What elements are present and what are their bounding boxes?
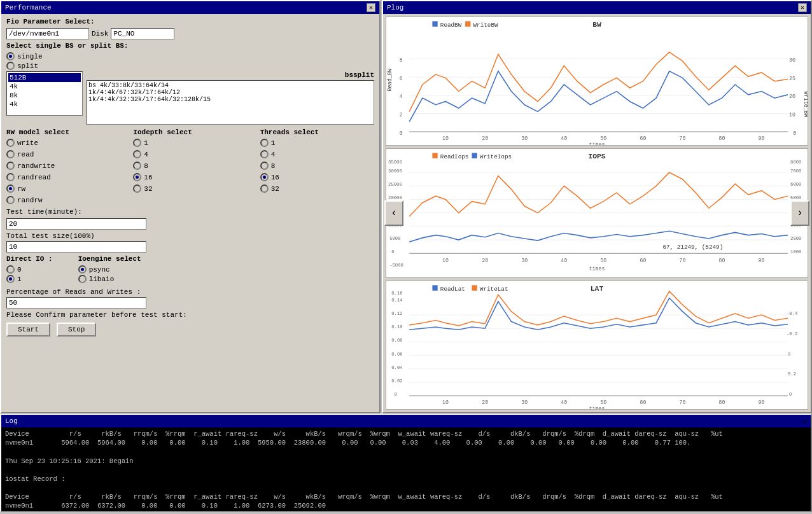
threads-label: Threads select [260, 128, 374, 136]
svg-text:0.16: 0.16 [391, 291, 402, 296]
direct-io-col: Direct IO : 0 1 [6, 255, 53, 284]
log-line-blank-2 [5, 466, 807, 475]
svg-rect-4 [465, 21, 470, 26]
svg-text:50: 50 [600, 258, 606, 264]
direct-io-0[interactable] [6, 265, 15, 274]
iodepth-8[interactable] [133, 162, 141, 170]
svg-text:6000: 6000 [790, 183, 801, 188]
svg-text:LAT: LAT [591, 284, 604, 292]
total-test-input[interactable] [6, 241, 146, 253]
rw-section: RW model select write read randwrite ran… [6, 128, 120, 205]
bs-item-4k2[interactable]: 4k [8, 100, 81, 109]
rw-read[interactable] [6, 150, 15, 158]
device-input[interactable] [6, 28, 89, 39]
rw-randwrite[interactable] [6, 162, 15, 170]
nav-left-button[interactable]: ‹ [384, 200, 403, 226]
bssplit-item-1[interactable]: bs 4k/33:8k/33:64k/34 [88, 82, 372, 89]
svg-text:20: 20 [789, 94, 795, 100]
pct-input[interactable] [6, 297, 146, 309]
bs-list-container: 512B 4k 8k 4k [6, 71, 83, 125]
performance-panel: Performance ✕ Fio Parameter Select: Disk… [0, 0, 381, 413]
svg-text:70: 70 [680, 135, 686, 142]
rw-rw[interactable] [6, 184, 15, 193]
test-time-input[interactable] [6, 218, 146, 230]
three-col: RW model select write read randwrite ran… [6, 128, 374, 205]
ioengine-col: Ioengine select psync libaio [78, 255, 374, 284]
rw-list: write read randwrite randread rw randrw [6, 139, 120, 205]
log-line-blank-3 [5, 483, 807, 492]
svg-text:50: 50 [600, 399, 606, 405]
plog-title: Plog [387, 4, 403, 11]
iodepth-32[interactable] [133, 184, 141, 193]
threads-section: Threads select 1 4 8 16 32 [260, 128, 374, 205]
plog-close-button[interactable]: ✕ [798, 3, 807, 12]
bs-select-label: Select single BS or split BS: [6, 42, 374, 50]
svg-text:6: 6 [400, 75, 403, 81]
log-panel: Log ✕ Device r/s rkB/s rrqm/s %rrqm r_aw… [0, 413, 812, 512]
log-title: Log [5, 417, 18, 425]
log-line-5: Device r/s rkB/s rrqm/s %rrqm r_await ra… [5, 492, 807, 501]
log-line-2: nvme0n1 5964.00 5964.00 0.00 0.00 0.10 1… [5, 438, 807, 447]
bs-list[interactable]: 512B 4k 8k 4k [6, 71, 83, 116]
svg-text:35000: 35000 [388, 160, 402, 165]
iodepth-1[interactable] [133, 139, 141, 147]
ioengine-psync[interactable] [78, 265, 87, 274]
iodepth-list: 1 4 8 16 32 [133, 139, 247, 194]
threads-4[interactable] [260, 150, 269, 158]
svg-text:4: 4 [400, 94, 403, 100]
stop-button[interactable]: Stop [57, 323, 96, 337]
start-button[interactable]: Start [6, 323, 50, 337]
pc-input[interactable] [111, 28, 174, 39]
threads-list: 1 4 8 16 32 [260, 139, 374, 194]
svg-text:80: 80 [719, 399, 725, 405]
iodepth-4[interactable] [133, 150, 141, 158]
log-line-blank-1 [5, 447, 807, 456]
single-radio[interactable] [6, 52, 15, 60]
log-line-4: iostat Record : [5, 475, 807, 483]
split-label: split [17, 62, 38, 70]
bssplit-list[interactable]: bs 4k/33:8k/33:64k/34 1k/4:4k/67:32k/17:… [87, 80, 374, 125]
svg-text:40: 40 [561, 399, 567, 405]
bssplit-item-3[interactable]: 1k/4:4k/32:32k/17:64k/32:128k/15 [88, 96, 372, 103]
svg-text:-0.4: -0.4 [787, 311, 798, 316]
split-radio[interactable] [6, 62, 15, 70]
nav-right-button[interactable]: › [790, 200, 809, 226]
rw-randrw[interactable] [6, 196, 15, 204]
svg-text:30: 30 [521, 135, 528, 142]
single-radio-row: single [6, 52, 374, 60]
svg-text:20: 20 [482, 258, 488, 264]
direct-io-1[interactable] [6, 275, 15, 283]
svg-text:0.04: 0.04 [391, 365, 403, 370]
fio-label: Fio Parameter Select: [6, 18, 374, 25]
svg-text:30: 30 [521, 399, 528, 405]
threads-16[interactable] [260, 173, 269, 181]
svg-text:0.06: 0.06 [391, 351, 402, 356]
pct-row [6, 297, 374, 309]
svg-text:0: 0 [793, 130, 796, 137]
threads-1[interactable] [260, 139, 269, 147]
rw-randread[interactable] [6, 173, 15, 181]
svg-text:8000: 8000 [790, 160, 801, 165]
threads-8[interactable] [260, 162, 269, 170]
log-close-button[interactable]: ✕ [802, 417, 807, 426]
bs-item-8k[interactable]: 8k [8, 91, 81, 100]
svg-text:-5000: -5000 [389, 263, 403, 268]
bs-item-512b[interactable]: 512B [8, 73, 81, 82]
rw-write[interactable] [6, 139, 15, 147]
svg-text:WriteIops: WriteIops [480, 153, 512, 160]
svg-text:60: 60 [640, 399, 646, 405]
iodepth-16[interactable] [133, 173, 141, 181]
bssplit-item-2[interactable]: 1k/4:4k/67:32k/17:64k/12 [88, 89, 372, 96]
svg-text:40: 40 [561, 135, 567, 142]
ioengine-libaio[interactable] [78, 275, 87, 283]
bw-chart: BW ReadBW WriteBW Read_BW Write_BW 0 2 4… [386, 17, 808, 146]
svg-text:25: 25 [789, 75, 795, 81]
threads-32[interactable] [260, 184, 269, 193]
direct-io-label: Direct IO : [6, 255, 53, 263]
svg-text:0.08: 0.08 [391, 338, 402, 343]
split-radio-row: split [6, 62, 374, 70]
performance-close-button[interactable]: ✕ [367, 3, 375, 12]
bs-item-4k[interactable]: 4k [8, 82, 81, 91]
svg-text:Write_BW: Write_BW [802, 92, 808, 118]
plog-panel: Plog ✕ ‹ › BW ReadBW WriteBW [382, 0, 812, 413]
